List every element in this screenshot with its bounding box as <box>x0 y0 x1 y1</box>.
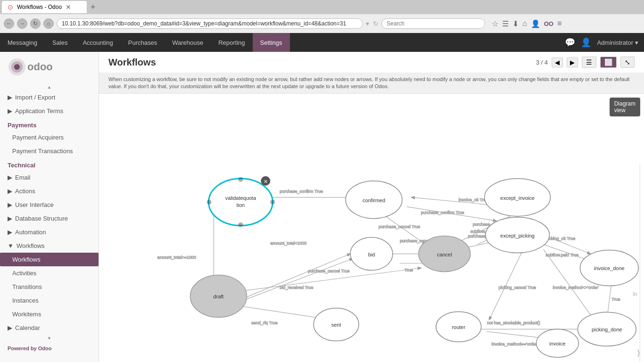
arrow-icon: ▶ <box>8 215 12 222</box>
admin-dropdown-icon: ▾ <box>635 39 638 46</box>
arrow-icon: ▶ <box>8 174 12 181</box>
svg-text:purchase_confirm True: purchase_confirm True <box>280 189 323 193</box>
svg-text:confirmed: confirmed <box>363 197 385 203</box>
svg-text:amount_total>=1000: amount_total>=1000 <box>157 255 196 259</box>
odoo-icon[interactable]: OO <box>544 20 553 27</box>
diagram-view-tooltip: Diagramview <box>610 98 640 116</box>
refresh-button[interactable]: ↻ <box>30 18 41 29</box>
sidebar-section-payments: Payments <box>0 118 99 131</box>
sidebar-scroll-up[interactable]: ▲ <box>0 83 99 90</box>
sidebar-item-email[interactable]: ▶ Email <box>0 171 99 184</box>
sidebar-item-calendar[interactable]: ▶ Calendar <box>0 321 99 335</box>
sidebar-item-actions[interactable]: ▶ Actions <box>0 184 99 198</box>
browser-chrome: ⊙ Workflows - Odoo ✕ + ← → ↻ ⌂ ▾ ↻ ☆ ☰ ⬇… <box>0 0 644 33</box>
nav-settings[interactable]: Settings <box>253 33 290 52</box>
sidebar-label: Workflows <box>17 242 45 249</box>
sidebar-item-workflows-parent[interactable]: ▼ Workflows <box>0 239 99 253</box>
svg-text:invoice_method=='order': invoice_method=='order' <box>492 342 538 346</box>
page-number: 3 / 4 <box>536 59 548 66</box>
svg-text:picking_done: picking_done <box>592 327 622 332</box>
svg-text:True: True <box>611 297 620 302</box>
browser-icons: ☆ ☰ ⬇ ⌂ 👤 OO ≡ <box>492 19 561 28</box>
svg-text:tion: tion <box>237 202 245 207</box>
nav-purchases[interactable]: Purchases <box>121 33 165 52</box>
sidebar-item-automation[interactable]: ▶ Automation <box>0 225 99 239</box>
svg-text:validatequota: validatequota <box>225 195 256 200</box>
expand-button[interactable]: ⤡ <box>620 57 635 68</box>
reload-icon[interactable]: ↻ <box>373 20 379 27</box>
svg-point-30 <box>238 177 243 182</box>
arrow-icon: ▶ <box>8 188 12 195</box>
svg-text:draft: draft <box>213 294 223 299</box>
list-view-button[interactable]: ☰ <box>582 57 596 68</box>
svg-text:bid: bid <box>368 251 375 257</box>
svg-text:subflow.paid True: subflow.paid True <box>545 252 578 257</box>
user-icon[interactable]: 👤 <box>531 19 540 28</box>
diagram-view-button[interactable]: ⬜ <box>600 57 617 68</box>
svg-text:picking_ok True: picking_ok True <box>545 236 575 240</box>
prev-page-button[interactable]: ◀ <box>552 58 563 67</box>
sidebar-item-activities[interactable]: Activities <box>0 266 99 280</box>
sidebar-label: Email <box>15 174 31 181</box>
odoo-brand: Odoo <box>38 346 52 351</box>
next-page-button[interactable]: ▶ <box>567 58 578 67</box>
nav-accounting[interactable]: Accounting <box>75 33 120 52</box>
tab-bar: ⊙ Workflows - Odoo ✕ + <box>0 0 644 14</box>
nav-messaging[interactable]: Messaging <box>0 33 45 52</box>
svg-text:invoice: invoice <box>549 341 565 346</box>
svg-text:amount_total<1000: amount_total<1000 <box>270 240 306 245</box>
menu-icon[interactable]: ≡ <box>557 19 561 28</box>
url-dropdown-icon[interactable]: ▾ <box>366 20 369 27</box>
chat-icon[interactable]: 💬 <box>565 37 575 48</box>
star-icon[interactable]: ☆ <box>492 19 498 28</box>
scroll-hint: ⟩ <box>637 348 640 358</box>
main-header: Workflows 3 / 4 ◀ ▶ ☰ ⬜ ⤡ <box>99 52 644 73</box>
url-bar[interactable] <box>57 18 363 29</box>
browser-search-input[interactable] <box>381 18 485 29</box>
sidebar-item-payment-acquirers[interactable]: Payment Acquirers <box>0 131 99 144</box>
sidebar-section-technical: Technical <box>0 158 99 171</box>
sidebar-item-database-structure[interactable]: ▶ Database Structure <box>0 212 99 225</box>
svg-text:not has_stockable_product(): not has_stockable_product() <box>487 321 540 325</box>
warning-bar: When customizing a workflow, be sure to … <box>99 73 644 94</box>
sidebar-item-workflows[interactable]: Workflows <box>0 253 99 266</box>
sidebar-item-application-terms[interactable]: ▶ Application Terms <box>0 104 99 118</box>
download-icon[interactable]: ⬇ <box>512 19 519 28</box>
sidebar-item-workitems[interactable]: Workitems <box>0 307 99 321</box>
home-icon[interactable]: ⌂ <box>522 19 527 28</box>
sidebar-item-user-interface[interactable]: ▶ User Interface <box>0 198 99 212</box>
powered-by: Powered by Odoo <box>0 342 99 355</box>
reader-icon[interactable]: ☰ <box>502 19 509 28</box>
warning-text: When customizing a workflow, be sure to … <box>108 76 630 89</box>
new-tab-button[interactable]: + <box>87 2 99 12</box>
tab-close-button[interactable]: ✕ <box>66 3 71 11</box>
browser-tab[interactable]: ⊙ Workflows - Odoo ✕ <box>2 1 87 13</box>
diagram-area[interactable]: Diagramview purchase_confirm True amount… <box>99 94 644 362</box>
nav-reporting[interactable]: Reporting <box>211 33 252 52</box>
home-button[interactable]: ⌂ <box>43 18 54 29</box>
nav-sales[interactable]: Sales <box>45 33 75 52</box>
arrow-icon: ▼ <box>8 242 14 249</box>
browser-controls: ← → ↻ ⌂ ▾ ↻ ☆ ☰ ⬇ ⌂ 👤 OO ≡ <box>0 14 644 33</box>
view-controls: 3 / 4 ◀ ▶ ☰ ⬜ ⤡ <box>536 57 635 68</box>
admin-menu[interactable]: Administrator ▾ <box>597 39 644 46</box>
sidebar-label: User Interface <box>15 201 54 208</box>
avatar-icon[interactable]: 👤 <box>581 37 591 48</box>
svg-text:invoice_done: invoice_done <box>594 265 625 271</box>
sidebar-label: Calendar <box>15 324 40 331</box>
back-button[interactable]: ← <box>4 18 14 29</box>
svg-text:odoo: odoo <box>27 61 53 73</box>
nav-warehouse[interactable]: Warehouse <box>165 33 211 52</box>
sidebar-label: Application Terms <box>15 107 63 115</box>
sidebar-item-payment-transactions[interactable]: Payment Transactions <box>0 144 99 158</box>
sidebar-item-transitions[interactable]: Transitions <box>0 280 99 294</box>
layout: odoo ▲ ▶ Import / Export ▶ Application T… <box>0 52 644 362</box>
forward-button[interactable]: → <box>17 18 27 29</box>
arrow-icon: ▶ <box>8 324 12 331</box>
sidebar-scroll-down[interactable]: ▼ <box>0 335 99 342</box>
arrow-icon: ▶ <box>8 107 12 115</box>
sidebar-item-import-export[interactable]: ▶ Import / Export <box>0 90 99 104</box>
sidebar-item-instances[interactable]: Instances <box>0 294 99 307</box>
sidebar-label: Database Structure <box>15 215 68 222</box>
arrow-icon: ▶ <box>8 94 12 101</box>
